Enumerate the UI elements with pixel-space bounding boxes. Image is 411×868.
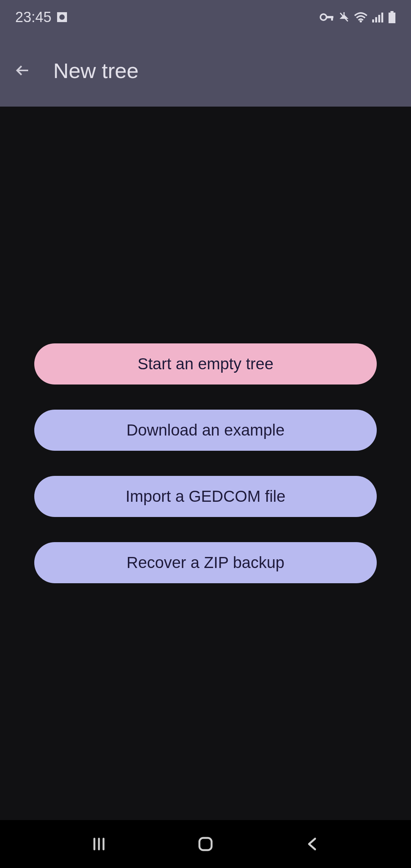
- signal-icon: [372, 12, 384, 22]
- svg-point-0: [320, 14, 327, 20]
- vpn-key-icon: [320, 13, 334, 21]
- svg-rect-9: [389, 13, 395, 23]
- svg-point-3: [360, 20, 362, 22]
- svg-rect-2: [331, 16, 333, 21]
- recents-icon: [91, 836, 107, 852]
- page-title: New tree: [53, 58, 139, 83]
- status-bar: 23:45: [0, 0, 411, 34]
- svg-rect-4: [372, 19, 374, 22]
- chevron-left-icon: [305, 836, 319, 852]
- battery-icon: [388, 11, 396, 23]
- wifi-icon: [354, 12, 368, 22]
- svg-rect-7: [381, 13, 383, 22]
- nav-bar: [0, 820, 411, 868]
- recover-zip-button[interactable]: Recover a ZIP backup: [34, 542, 377, 583]
- home-icon: [197, 836, 214, 852]
- status-time: 23:45: [15, 9, 51, 26]
- content-area: Start an empty tree Download an example …: [0, 107, 411, 820]
- start-empty-tree-button[interactable]: Start an empty tree: [34, 343, 377, 385]
- svg-rect-5: [375, 17, 377, 22]
- nav-back-button[interactable]: [297, 829, 327, 859]
- status-right: [320, 11, 396, 23]
- mute-icon: [339, 11, 349, 23]
- recents-button[interactable]: [84, 829, 114, 859]
- svg-rect-13: [199, 838, 212, 850]
- arrow-left-icon: [14, 61, 32, 80]
- download-example-button[interactable]: Download an example: [34, 410, 377, 451]
- back-button[interactable]: [13, 61, 32, 80]
- svg-rect-8: [390, 11, 393, 13]
- svg-rect-6: [378, 15, 380, 22]
- home-button[interactable]: [190, 829, 221, 859]
- status-left: 23:45: [15, 9, 67, 26]
- import-gedcom-button[interactable]: Import a GEDCOM file: [34, 476, 377, 517]
- notification-icon: [57, 12, 67, 22]
- app-bar: New tree: [0, 34, 411, 107]
